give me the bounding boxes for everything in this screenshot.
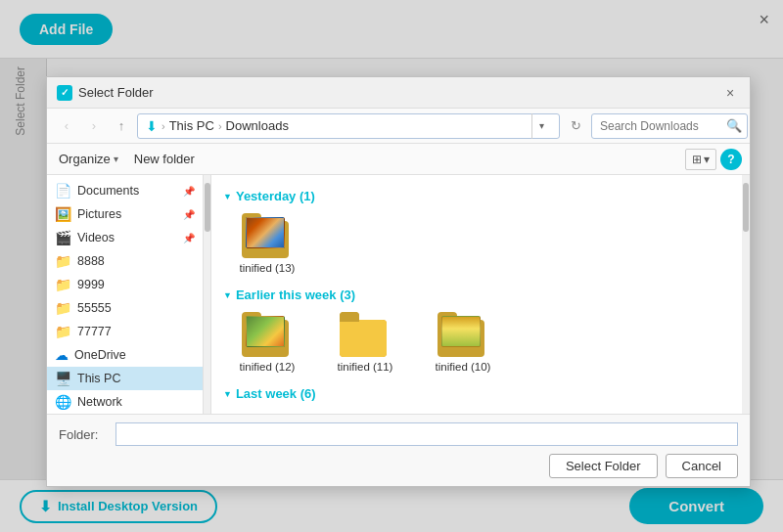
path-crumb-downloads: Downloads (226, 118, 289, 133)
sidebar-item-8888[interactable]: 📁 8888 (47, 249, 203, 273)
section-last-week-label: Last week (6) (236, 386, 316, 401)
search-icon-button[interactable]: 🔍 (726, 118, 742, 133)
sidebar-item-network-label: Network (77, 395, 122, 409)
path-crumb-thispc: This PC (169, 118, 214, 133)
dialog-title-text: Select Folder (78, 85, 714, 100)
sidebar-item-77777-label: 77777 (77, 325, 112, 338)
folder-icon-77777: 📁 (55, 324, 71, 339)
network-icon: 🌐 (55, 394, 71, 410)
documents-icon: 📄 (55, 183, 71, 199)
files-earlier-week: tinified (12) tinified (11) (223, 310, 738, 377)
files-yesterday: tinified (13) (223, 211, 738, 278)
view-chevron-icon: ▾ (704, 153, 710, 166)
dialog-close-button[interactable]: × (720, 83, 740, 103)
file-item-name: tinified (13) (240, 262, 296, 274)
pin-icon: 📌 (183, 186, 195, 197)
sidebar-item-thispc[interactable]: 🖥️ This PC (47, 367, 203, 390)
organize-label: Organize (59, 152, 111, 166)
organize-chevron-icon: ▾ (114, 154, 118, 164)
folder-input[interactable] (115, 422, 738, 446)
refresh-button[interactable]: ↻ (564, 114, 587, 138)
folder-icon-8888: 📁 (55, 253, 71, 269)
sidebar-scrollbar[interactable] (204, 175, 211, 414)
file-item-name: tinified (10) (436, 361, 491, 373)
section-yesterday-label: Yesterday (1) (236, 189, 315, 203)
section-earlier-week: Earlier this week (3) (223, 288, 738, 302)
sidebar-item-pictures-label: Pictures (77, 207, 121, 221)
folder-icon-tinified12 (242, 314, 293, 357)
section-earlier-week-label: Earlier this week (3) (236, 288, 355, 302)
thispc-icon: 🖥️ (55, 371, 71, 386)
toolbar: Organize ▾ New folder ⊞ ▾ ? (47, 144, 750, 175)
section-last-week: Last week (6) (223, 386, 738, 401)
folder-icon-tinified10 (438, 314, 488, 357)
path-folder-icon: ⬇ (146, 118, 158, 134)
file-area-scrollbar-thumb (743, 183, 749, 232)
folder-icon-55555: 📁 (55, 300, 71, 316)
sidebar-item-documents[interactable]: 📄 Documents 📌 (47, 179, 203, 202)
onedrive-icon: ☁ (55, 347, 69, 363)
sidebar-item-9999[interactable]: 📁 9999 (47, 273, 203, 296)
file-area: Yesterday (1) tinified (13) Earlier this… (211, 175, 750, 414)
videos-icon: 🎬 (55, 230, 71, 245)
file-item-name: tinified (12) (240, 361, 296, 373)
pin-icon-3: 📌 (183, 233, 195, 244)
sidebar-item-thispc-label: This PC (77, 372, 120, 385)
dialog-footer: Folder: Select Folder Cancel (47, 414, 750, 486)
sidebar-item-videos-label: Videos (77, 231, 115, 244)
sidebar-item-55555-label: 55555 (77, 301, 112, 315)
list-item[interactable]: tinified (11) (321, 310, 409, 377)
file-area-scrollbar[interactable] (742, 175, 750, 414)
forward-button[interactable]: › (82, 114, 106, 138)
dialog-body: 📄 Documents 📌 🖼️ Pictures 📌 🎬 Videos 📌 (47, 175, 750, 414)
address-bar: ‹ › ↑ ⬇ › This PC › Downloads ▾ ↻ 🔍 (47, 109, 750, 144)
sidebar-item-55555[interactable]: 📁 55555 (47, 296, 203, 320)
help-button[interactable]: ? (720, 149, 742, 170)
pictures-icon: 🖼️ (55, 206, 71, 222)
organize-button[interactable]: Organize ▾ (55, 150, 122, 168)
pin-icon-2: 📌 (183, 209, 195, 220)
list-item[interactable]: tinified (12) (223, 310, 311, 377)
back-button[interactable]: ‹ (55, 114, 78, 138)
app-background: × Add File Select Folder ⬇ Install Deskt… (0, 0, 783, 532)
folder-icon-tinified13 (242, 215, 293, 258)
address-path: ⬇ › This PC › Downloads ▾ (137, 113, 560, 139)
select-folder-dialog: ✓ Select Folder × ‹ › ↑ ⬇ › This PC › Do… (46, 76, 751, 487)
folder-row: Folder: (59, 422, 738, 446)
view-icon: ⊞ (692, 153, 702, 166)
sidebar: 📄 Documents 📌 🖼️ Pictures 📌 🎬 Videos 📌 (47, 175, 204, 414)
sidebar-item-9999-label: 9999 (77, 278, 105, 291)
folder-icon-9999: 📁 (55, 277, 71, 292)
folder-icon-tinified11 (340, 314, 391, 357)
folder-label: Folder: (59, 427, 108, 442)
select-folder-button[interactable]: Select Folder (549, 454, 658, 478)
sidebar-item-8888-label: 8888 (77, 254, 105, 268)
sidebar-item-network[interactable]: 🌐 Network (47, 390, 203, 414)
view-button[interactable]: ⊞ ▾ (685, 149, 716, 170)
list-item[interactable]: tinified (10) (419, 310, 507, 377)
sidebar-item-onedrive[interactable]: ☁ OneDrive (47, 343, 203, 367)
section-yesterday: Yesterday (1) (223, 189, 738, 203)
sidebar-item-onedrive-label: OneDrive (74, 348, 126, 362)
sidebar-item-documents-label: Documents (77, 184, 139, 198)
cancel-button[interactable]: Cancel (666, 454, 738, 478)
list-item[interactable]: tinified (13) (223, 211, 311, 278)
new-folder-button[interactable]: New folder (126, 150, 203, 168)
sidebar-item-videos[interactable]: 🎬 Videos 📌 (47, 226, 203, 249)
sidebar-item-pictures[interactable]: 🖼️ Pictures 📌 (47, 202, 203, 226)
dialog-title-icon: ✓ (57, 85, 72, 101)
dialog-titlebar: ✓ Select Folder × (47, 77, 750, 109)
up-button[interactable]: ↑ (110, 114, 133, 138)
sidebar-item-77777[interactable]: 📁 77777 (47, 320, 203, 343)
sidebar-scrollbar-thumb (205, 183, 210, 232)
path-dropdown-button[interactable]: ▾ (531, 113, 551, 139)
footer-buttons: Select Folder Cancel (59, 454, 738, 478)
file-item-name: tinified (11) (338, 361, 393, 373)
search-input[interactable] (591, 113, 748, 139)
